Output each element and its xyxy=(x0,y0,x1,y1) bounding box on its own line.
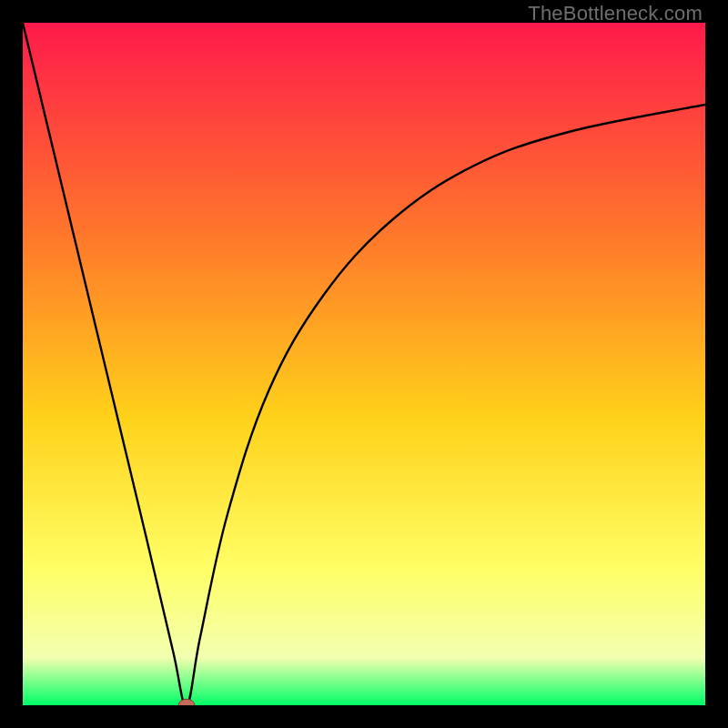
watermark-text: TheBottleneck.com xyxy=(528,2,703,25)
chart-frame xyxy=(23,23,705,705)
bottleneck-chart xyxy=(23,23,705,705)
